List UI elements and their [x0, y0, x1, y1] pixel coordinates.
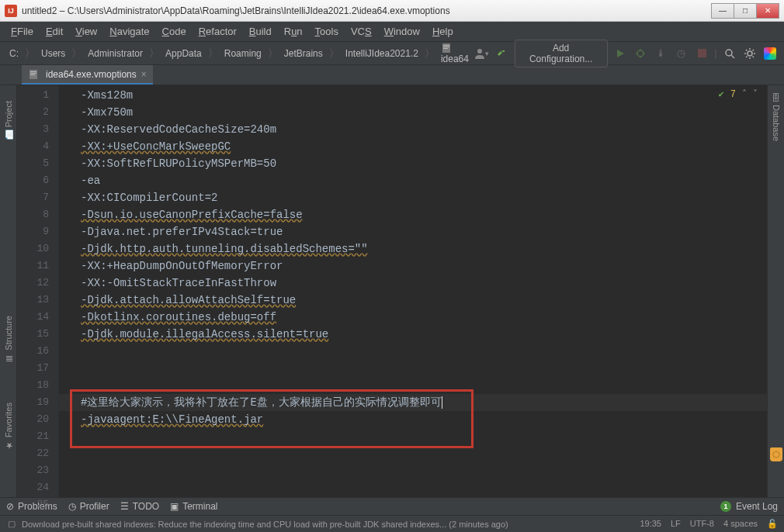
code-line[interactable]: -Djava.net.preferIPv4Stack=true	[59, 223, 767, 240]
code-line[interactable]	[59, 445, 767, 462]
search-icon[interactable]	[722, 45, 737, 62]
menu-view[interactable]: View	[69, 24, 103, 39]
bc-file[interactable]: idea64	[438, 40, 472, 66]
editor-status: ✔ 7 ˄ ˅	[719, 88, 758, 100]
menu-edit[interactable]: Edit	[40, 24, 69, 39]
code-line[interactable]: -XX:+UseConcMarkSweepGC	[59, 138, 767, 155]
run-coverage-icon[interactable]: 🌡	[653, 45, 668, 62]
user-icon[interactable]: ▾	[474, 45, 489, 62]
bc-file-label: idea64	[441, 54, 469, 64]
bc-idea2021[interactable]: IntelliJIdea2021.2	[342, 47, 421, 60]
bc-users[interactable]: Users	[38, 47, 68, 60]
menu-navigate[interactable]: Navigate	[103, 24, 155, 39]
svg-rect-25	[30, 74, 35, 75]
code-line[interactable]	[59, 377, 767, 394]
svg-point-4	[477, 49, 482, 54]
code-line[interactable]	[59, 343, 767, 360]
menu-tools[interactable]: Tools	[309, 24, 345, 39]
window-title: untitled2 – C:\Users\Administrator\AppDa…	[22, 5, 712, 16]
tab-idea64-vmoptions[interactable]: idea64.exe.vmoptions ×	[22, 65, 153, 85]
code-line[interactable]: -Djdk.module.illegalAccess.silent=true	[59, 326, 767, 343]
close-button[interactable]: ✕	[756, 3, 779, 19]
code-line[interactable]: -Djdk.attach.allowAttachSelf=true	[59, 292, 767, 309]
bc-jetbrains[interactable]: JetBrains	[281, 47, 326, 60]
menu-refactor[interactable]: Refactor	[193, 24, 243, 39]
menu-run[interactable]: Run	[278, 24, 309, 39]
menu-code[interactable]: Code	[156, 24, 193, 39]
menu-build[interactable]: Build	[243, 24, 278, 39]
bc-root[interactable]: C:	[6, 47, 22, 60]
code-line[interactable]	[59, 496, 767, 513]
color-picker-icon[interactable]	[762, 45, 778, 62]
code-line[interactable]: -Dsun.io.useCanonPrefixCache=false	[59, 206, 767, 223]
left-tool-stripe: 📄 Project 𝌆 Structure ★ Favorites	[0, 85, 17, 497]
add-configuration-button[interactable]: Add Configuration...	[515, 40, 608, 67]
code-area[interactable]: ✔ 7 ˄ ˅ -Xms128m-Xmx750m-XX:ReservedCode…	[59, 85, 767, 497]
profiler-icon[interactable]: ◷	[674, 45, 689, 62]
minimize-button[interactable]: —	[711, 3, 734, 19]
code-line[interactable]: -XX:-OmitStackTraceInFastThrow	[59, 275, 767, 292]
code-line[interactable]: -ea	[59, 172, 767, 189]
svg-line-20	[746, 56, 748, 57]
bc-admin[interactable]: Administrator	[85, 47, 146, 60]
svg-rect-10	[698, 49, 706, 57]
line-number: 1	[17, 87, 58, 104]
maximize-button[interactable]: □	[734, 3, 757, 19]
menu-file[interactable]: FFileFile	[5, 24, 40, 39]
status-indent[interactable]: 4 spaces	[723, 519, 758, 529]
navigation-bar: C: 〉 Users 〉 Administrator 〉 AppData 〉 R…	[0, 42, 784, 65]
gear-icon[interactable]	[742, 45, 758, 62]
menu-help[interactable]: Help	[426, 24, 460, 39]
close-tab-icon[interactable]: ×	[141, 69, 147, 80]
editor[interactable]: 1234567891011121314151617181920212223242…	[17, 85, 767, 497]
code-line[interactable]	[59, 360, 767, 377]
svg-rect-1	[443, 45, 449, 46]
run-icon[interactable]	[612, 45, 628, 62]
code-line[interactable]: -Dkotlinx.coroutines.debug=off	[59, 309, 767, 326]
build-icon[interactable]	[494, 45, 509, 62]
code-line[interactable]: #这里给大家演示，我将补丁放在了E盘，大家根据自己的实际情况调整即可	[59, 394, 767, 411]
stop-icon[interactable]	[694, 45, 709, 62]
tool-database[interactable]: 🗄 Database	[772, 93, 781, 141]
warning-icon: ⊘	[6, 501, 14, 512]
hide-tools-icon[interactable]: ▢	[6, 519, 17, 529]
code-line[interactable]: -XX:SoftRefLRUPolicyMSPerMB=50	[59, 155, 767, 172]
code-line[interactable]: -XX:ReservedCodeCacheSize=240m	[59, 121, 767, 138]
tool-structure[interactable]: 𝌆 Structure	[3, 316, 13, 364]
line-number: 20	[17, 411, 58, 428]
code-line[interactable]: -javaagent:E:\\FineAgent.jar	[59, 411, 767, 428]
debug-icon[interactable]	[633, 45, 648, 62]
code-line[interactable]: -Djdk.http.auth.tunneling.disabledScheme…	[59, 240, 767, 257]
bc-roaming[interactable]: Roaming	[221, 47, 265, 60]
right-tool-stripe: 🗄 Database	[767, 85, 784, 497]
code-line[interactable]: -XX:+HeapDumpOnOutOfMemoryError	[59, 257, 767, 275]
chevron-down-icon[interactable]: ˅	[753, 88, 758, 100]
tab-label: idea64.exe.vmoptions	[46, 69, 137, 80]
status-line-ending[interactable]: LF	[671, 519, 681, 529]
chevron-up-icon[interactable]: ˄	[742, 88, 747, 100]
status-encoding[interactable]: UTF-8	[690, 519, 714, 529]
status-message[interactable]: Download pre-built shared indexes: Reduc…	[22, 520, 508, 529]
svg-line-19	[753, 56, 755, 57]
lock-icon[interactable]: 🔓	[767, 519, 778, 529]
gutter: 1234567891011121314151617181920212223242…	[17, 85, 59, 497]
code-line[interactable]: -Xmx750m	[59, 104, 767, 121]
code-line[interactable]: -XX:CICompilerCount=2	[59, 189, 767, 206]
shield-icon[interactable]	[770, 447, 782, 461]
line-number: 11	[17, 257, 58, 275]
chevron-right-icon: 〉	[149, 47, 159, 60]
line-number: 13	[17, 292, 58, 309]
chevron-right-icon: 〉	[25, 47, 35, 60]
code-line[interactable]	[59, 462, 767, 479]
code-line[interactable]: -Xms128m	[59, 87, 767, 104]
menu-vcs[interactable]: VCS	[345, 24, 378, 39]
tool-project[interactable]: 📄 Project	[3, 101, 13, 140]
line-number: 19	[17, 394, 58, 411]
menu-window[interactable]: Window	[378, 24, 426, 39]
tool-favorites[interactable]: ★ Favorites	[3, 402, 13, 451]
window-controls: — □ ✕	[712, 3, 779, 19]
code-line[interactable]	[59, 428, 767, 445]
line-number: 6	[17, 172, 58, 189]
code-line[interactable]	[59, 479, 767, 496]
bc-appdata[interactable]: AppData	[162, 47, 205, 60]
